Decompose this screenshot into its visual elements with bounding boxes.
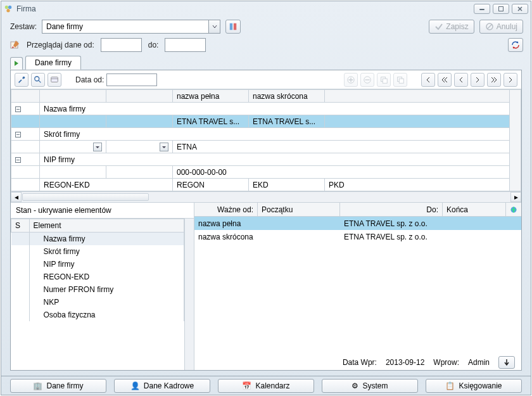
nav-first-button[interactable] [421,73,435,87]
date-from-input[interactable] [106,73,157,86]
svg-point-7 [486,23,493,30]
remove-button[interactable] [360,73,374,87]
app-icon [4,4,13,13]
app-window: Firma Zestaw: Dane firmy Zapisz Anuluj P… [1,1,531,395]
close-button[interactable] [512,4,528,14]
entered-by-label: Wprow: [433,358,459,367]
module-dane-kadrowe[interactable]: 👤Dane Kadrowe [114,379,210,393]
list-item[interactable]: Osoba fizyczna [11,309,184,321]
browse-bar: Przeglądaj dane od: do: [1,36,531,56]
valid-to-value: Końca [443,203,506,216]
col-nazwa-skrocona[interactable]: nazwa skrócona [249,90,325,103]
ledger-icon: 📋 [445,381,455,390]
refresh-button[interactable] [508,38,523,52]
cancel-icon [485,22,494,31]
list-item[interactable]: NKP [11,296,184,309]
browse-to-input[interactable] [165,38,206,52]
calendar-icon: 📅 [242,381,251,390]
zestaw-label: Zestaw: [10,22,37,31]
run-tab-button[interactable] [10,57,23,70]
row-regon-ekd[interactable]: REGON-EKD [40,179,173,191]
card-button[interactable] [48,73,61,87]
add-button[interactable] [344,73,358,87]
window-title: Firma [16,4,474,13]
module-dane-firmy[interactable]: 🏢Dane firmy [10,379,106,393]
zestaw-action-button[interactable] [225,20,241,34]
list-item[interactable]: Nazwa firmy [11,233,184,246]
scroll-left-icon[interactable]: ◂ [11,192,22,202]
to-label: do: [148,41,159,49]
dropdown-icon[interactable] [93,143,102,151]
edit-icon [10,39,20,51]
main-panel: Data od: nazwa pełna nazwa skrócona [10,70,522,371]
detail-row[interactable]: nazwa pełnaETNA TRAVEL sp. z o.o. [194,217,521,230]
zestaw-select[interactable]: Dane firmy [42,20,220,34]
copy-button[interactable] [377,73,391,87]
svg-point-9 [23,76,25,79]
col-element[interactable]: Element [29,219,184,233]
list-item[interactable]: Skrót firmy [11,245,184,258]
browse-label: Przeglądaj dane od: [27,41,94,49]
svg-point-2 [6,9,10,12]
svg-rect-8 [11,42,18,48]
cancel-button[interactable]: Anuluj [479,20,523,34]
tab-strip: Dane firmy [1,56,531,70]
tab-dane-firmy[interactable]: Dane firmy [25,56,81,70]
save-button[interactable]: Zapisz [429,20,474,34]
titlebar: Firma [1,1,531,16]
top-toolbar: Zestaw: Dane firmy Zapisz Anuluj [1,16,531,36]
svg-point-14 [364,76,371,83]
list-item[interactable]: NIP firmy [11,258,184,271]
tools-button[interactable] [15,73,28,87]
nav-next-fast-button[interactable] [487,73,501,87]
entered-date-label: Data Wpr: [343,358,377,367]
dropdown-icon[interactable] [160,143,168,151]
nav-last-button[interactable] [504,73,517,87]
list-item[interactable]: Numer PFRON firmy [11,283,184,296]
v-scrollbar[interactable] [184,219,194,370]
row-skrot-firmy[interactable]: Skrót firmy [40,128,510,141]
entered-date-value: 2013-09-12 [386,358,424,367]
svg-rect-6 [234,23,236,30]
svg-point-19 [511,207,517,212]
globe-icon[interactable] [506,203,521,216]
details-panel: Ważne od: Początku Do: Końca nazwa pełna… [194,203,521,370]
building-icon: 🏢 [33,381,42,390]
system-icon: ⚙ [352,381,358,390]
module-ksiegowanie[interactable]: 📋Księgowanie [426,379,522,393]
data-grid[interactable]: nazwa pełna nazwa skrócona Nazwa firmy E… [11,89,521,203]
scroll-thumb[interactable] [22,193,149,201]
valid-from-label: Ważne od: [194,203,258,216]
nav-next-button[interactable] [471,73,484,87]
detail-row[interactable]: nazwa skróconaETNA TRAVEL sp. z o.o. [194,230,521,243]
maximize-button[interactable] [493,4,509,14]
search-button[interactable] [31,73,45,87]
grid-toolbar: Data od: [11,70,521,89]
col-nazwa-pelna[interactable]: nazwa pełna [173,90,249,103]
scroll-right-icon[interactable]: ▸ [510,192,521,202]
module-kalendarz[interactable]: 📅Kalendarz [218,379,314,393]
person-icon: 👤 [130,381,140,390]
col-s[interactable]: S [11,219,30,233]
status-bar: Data Wpr: 2013-09-12 Wprow: Admin [194,355,521,370]
date-from-label: Data od: [75,75,104,84]
elements-list-panel: Stan - ukrywanie elementów SElement Nazw… [11,203,194,370]
module-bar: 🏢Dane firmy 👤Dane Kadrowe 📅Kalendarz ⚙Sy… [1,376,531,395]
h-scrollbar[interactable]: ◂ ▸ [11,191,521,202]
svg-point-1 [8,5,11,8]
minimize-button[interactable] [474,4,490,14]
row-nazwa-firmy[interactable]: Nazwa firmy [40,103,510,115]
svg-rect-15 [381,77,386,81]
svg-point-13 [348,76,355,83]
expand-down-button[interactable] [498,356,515,369]
paste-button[interactable] [393,73,407,87]
nav-prev-button[interactable] [454,73,468,87]
module-system[interactable]: ⚙System [322,379,418,393]
entered-by-value: Admin [468,358,490,367]
row-nip-firmy[interactable]: NIP firmy [40,153,510,166]
svg-rect-11 [51,77,58,82]
svg-point-0 [5,5,8,8]
list-item[interactable]: REGON-EKD [11,271,184,283]
browse-from-input[interactable] [101,38,142,52]
nav-prev-fast-button[interactable] [438,73,452,87]
